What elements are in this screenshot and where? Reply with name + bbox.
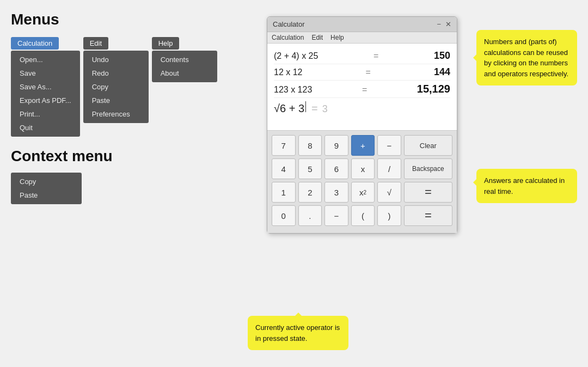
btn-8[interactable]: 8	[298, 135, 322, 156]
history-equals-2: =	[366, 68, 371, 77]
history-result-1: 150	[434, 50, 450, 62]
edit-dropdown: Undo Redo Copy Paste Preferences	[83, 51, 149, 123]
context-menu-item-copy[interactable]: Copy	[11, 175, 82, 188]
history-expr-3: 123 x 123	[274, 85, 312, 95]
help-dropdown: Contents About	[152, 51, 217, 82]
menu-item-open[interactable]: Open...	[11, 53, 80, 66]
btn-clear[interactable]: Clear	[404, 135, 452, 156]
menu-item-contents[interactable]: Contents	[152, 53, 217, 66]
calculation-menu-container: Calculation Open... Save Save As... Expo…	[11, 37, 80, 137]
calculator-display: (2 + 4) x 25 = 150 12 x 12 = 144 123 x 1…	[267, 44, 457, 131]
btn-open-paren[interactable]: (	[351, 205, 375, 226]
btn-5[interactable]: 5	[298, 158, 322, 179]
button-row-2: 4 5 6 x / Backspace	[272, 158, 452, 179]
history-row-1[interactable]: (2 + 4) x 25 = 150	[274, 48, 450, 64]
history-result-2: 144	[434, 66, 450, 78]
minimize-button[interactable]: −	[437, 20, 441, 28]
btn-divide[interactable]: /	[377, 158, 401, 179]
context-menu-dropdown: Copy Paste	[11, 173, 82, 204]
calc-menu-calculation[interactable]: Calculation	[272, 34, 304, 41]
menus-group: Calculation Open... Save Save As... Expo…	[11, 37, 250, 137]
btn-minus-bottom[interactable]: −	[324, 205, 348, 226]
tooltip-bottom-right-text: Answers are calculated in real time.	[484, 176, 565, 195]
calculator-menubar: Calculation Edit Help	[267, 32, 457, 44]
close-button[interactable]: ✕	[445, 20, 451, 28]
btn-dot[interactable]: .	[298, 205, 322, 226]
edit-menu-container: Edit Undo Redo Copy Paste Preferences	[83, 37, 149, 123]
btn-0[interactable]: 0	[272, 205, 296, 226]
btn-2[interactable]: 2	[298, 182, 322, 203]
calculator-buttons: 7 8 9 + − Clear 4 5 6 x / Backspace 1 2 …	[267, 131, 457, 233]
tooltip-top-right: Numbers and (parts of) calculations can …	[476, 30, 577, 85]
btn-1[interactable]: 1	[272, 182, 296, 203]
button-row-3: 1 2 3 x2 √ =	[272, 182, 452, 203]
help-menu-container: Help Contents About	[152, 37, 217, 82]
btn-square[interactable]: x2	[351, 182, 375, 203]
history-row-3[interactable]: 123 x 123 = 15,129	[274, 81, 450, 98]
menu-item-paste[interactable]: Paste	[83, 94, 149, 107]
menu-item-undo[interactable]: Undo	[83, 53, 149, 66]
btn-4[interactable]: 4	[272, 158, 296, 179]
calc-menu-edit[interactable]: Edit	[311, 34, 323, 41]
button-row-1: 7 8 9 + − Clear	[272, 135, 452, 156]
menu-item-preferences[interactable]: Preferences	[83, 107, 149, 121]
tooltip-bottom-center: Currently active operator is in pressed …	[248, 316, 348, 350]
btn-6[interactable]: 6	[324, 158, 348, 179]
menu-item-save-as[interactable]: Save As...	[11, 80, 80, 94]
cursor	[305, 101, 306, 112]
btn-9[interactable]: 9	[324, 135, 348, 156]
menu-item-redo[interactable]: Redo	[83, 66, 149, 80]
btn-equals-2[interactable]: =	[404, 205, 452, 226]
history-row-2[interactable]: 12 x 12 = 144	[274, 64, 450, 81]
menus-title: Menus	[11, 11, 250, 28]
window-controls: − ✕	[437, 20, 451, 28]
current-input-row: √6 + 3 = 3	[274, 98, 450, 118]
edit-menu-button[interactable]: Edit	[83, 37, 108, 50]
calculator-titlebar: Calculator − ✕	[267, 17, 457, 32]
calculation-menu-button[interactable]: Calculation	[11, 37, 59, 50]
menu-item-print[interactable]: Print...	[11, 107, 80, 121]
tooltip-bottom-right: Answers are calculated in real time.	[476, 169, 577, 203]
current-expr: √6 + 3	[274, 102, 304, 115]
btn-close-paren[interactable]: )	[377, 205, 401, 226]
history-result-3: 15,129	[417, 83, 450, 95]
history-expr-1: (2 + 4) x 25	[274, 51, 318, 61]
history-equals-1: =	[373, 51, 378, 61]
context-menu-item-paste[interactable]: Paste	[11, 188, 82, 202]
tooltip-top-right-text: Numbers and (parts of) calculations can …	[484, 38, 568, 78]
menu-item-export[interactable]: Export As PDF...	[11, 94, 80, 107]
calc-menu-help[interactable]: Help	[330, 34, 344, 41]
tooltip-bottom-center-text: Currently active operator is in pressed …	[255, 323, 340, 342]
btn-3[interactable]: 3	[324, 182, 348, 203]
btn-plus[interactable]: +	[351, 135, 375, 156]
button-row-4: 0 . − ( ) =	[272, 205, 452, 226]
current-pending: 3	[322, 103, 328, 115]
calculator-title: Calculator	[273, 20, 305, 28]
menu-item-save[interactable]: Save	[11, 66, 80, 80]
help-menu-button[interactable]: Help	[152, 37, 180, 50]
current-equals: =	[311, 102, 318, 115]
menu-item-copy[interactable]: Copy	[83, 80, 149, 94]
menu-item-about[interactable]: About	[152, 66, 217, 80]
btn-multiply[interactable]: x	[351, 158, 375, 179]
btn-sqrt[interactable]: √	[377, 182, 401, 203]
history-expr-2: 12 x 12	[274, 68, 302, 77]
btn-7[interactable]: 7	[272, 135, 296, 156]
btn-equals[interactable]: =	[404, 182, 452, 203]
calculation-dropdown: Open... Save Save As... Export As PDF...…	[11, 51, 80, 137]
calculator-window: Calculator − ✕ Calculation Edit Help (2 …	[267, 16, 457, 234]
btn-minus-top[interactable]: −	[377, 135, 401, 156]
context-menu-title: Context menu	[11, 148, 250, 165]
menu-item-quit[interactable]: Quit	[11, 121, 80, 134]
btn-backspace[interactable]: Backspace	[404, 158, 452, 179]
history-equals-3: =	[362, 85, 367, 95]
